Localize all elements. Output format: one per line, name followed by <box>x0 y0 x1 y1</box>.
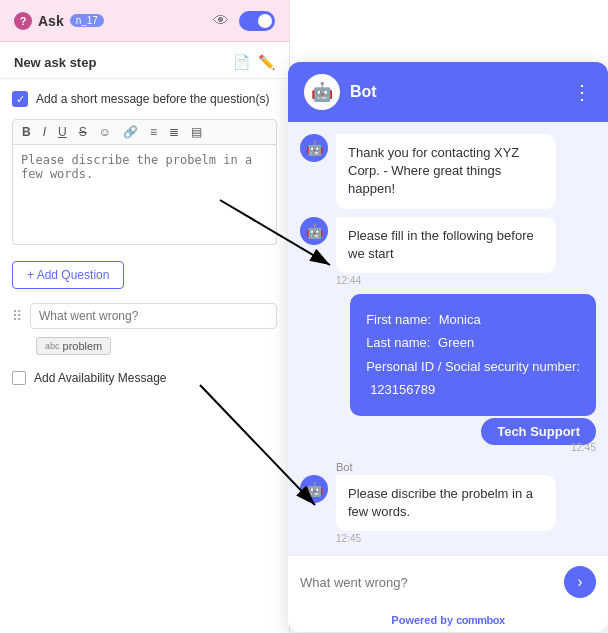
bot-msg-avatar: 🤖 <box>300 134 328 162</box>
tag-label: problem <box>63 340 103 352</box>
bot-message-2: 🤖 Please fill in the following before we… <box>300 217 596 273</box>
drag-handle-icon[interactable]: ⠿ <box>12 308 22 324</box>
eye-icon[interactable]: 👁 <box>213 12 229 30</box>
bold-btn[interactable]: B <box>19 124 34 140</box>
align-btn[interactable]: ▤ <box>188 124 205 140</box>
powered-by: Powered by commbox <box>288 608 608 632</box>
question-input[interactable] <box>30 303 277 329</box>
ul-btn[interactable]: ≡ <box>147 124 160 140</box>
checkbox-row: Add a short message before the question(… <box>12 91 277 107</box>
top-bar-title: Ask <box>38 13 64 29</box>
step-bar: New ask step 📄 ✏️ <box>0 42 289 79</box>
chat-header: 🤖 Bot ⋮ <box>288 62 608 122</box>
left-panel: ? Ask n_17 👁 New ask step 📄 ✏️ Add a sho… <box>0 0 290 633</box>
pid-value: 123156789 <box>370 382 435 397</box>
form-field-1: First name: Monica <box>366 308 580 331</box>
italic-btn[interactable]: I <box>40 124 49 140</box>
add-question-button[interactable]: + Add Question <box>12 261 124 289</box>
user-form-wrap: First name: Monica Last name: Green Pers… <box>300 294 596 453</box>
step-title: New ask step <box>14 55 96 70</box>
bot-bubble-2: Please fill in the following before we s… <box>336 217 556 273</box>
bot-text-1: Thank you for contacting XYZ Corp. - Whe… <box>348 145 519 196</box>
pid-label: Personal ID / Social security number: <box>366 359 580 374</box>
chat-messages: 🤖 Thank you for contacting XYZ Corp. - W… <box>288 122 608 555</box>
form-field-3: Personal ID / Social security number: <box>366 355 580 378</box>
editor-toolbar: B I U S ☺ 🔗 ≡ ≣ ▤ <box>12 119 277 145</box>
question-row: ⠿ <box>12 303 277 329</box>
problem-tag[interactable]: abc problem <box>36 337 111 355</box>
add-message-checkbox[interactable] <box>12 91 28 107</box>
fname-label: First name: <box>366 312 431 327</box>
left-content: Add a short message before the question(… <box>0 79 289 397</box>
availability-checkbox[interactable] <box>12 371 26 385</box>
toggle-switch[interactable] <box>239 11 275 31</box>
tag-type-icon: abc <box>45 341 60 351</box>
bot-msg-avatar-3: 🤖 <box>300 475 328 503</box>
tech-support-badge: Tech Support <box>481 418 596 445</box>
send-button[interactable]: › <box>564 566 596 598</box>
chat-input[interactable] <box>300 575 556 590</box>
bot-sender-name: Bot <box>336 461 596 473</box>
chat-panel: 🤖 Bot ⋮ 🤖 Thank you for contacting XYZ C… <box>288 62 608 632</box>
edit-icon[interactable]: ✏️ <box>258 54 275 70</box>
ask-badge: n_17 <box>70 14 104 27</box>
bot-message-2-wrap: 🤖 Please fill in the following before we… <box>300 217 596 286</box>
top-bar-actions: 👁 <box>213 11 275 31</box>
fname-value: Monica <box>439 312 481 327</box>
chat-header-left: 🤖 Bot <box>304 74 377 110</box>
user-msg-time: 12:45 <box>571 442 596 453</box>
bot-msg-time-2: 12:44 <box>336 275 596 286</box>
bot-message-3-wrap: Bot 🤖 Please discribe the probelm in a f… <box>300 461 596 544</box>
ol-btn[interactable]: ≣ <box>166 124 182 140</box>
brand-name: commbox <box>456 614 504 626</box>
emoji-btn[interactable]: ☺ <box>96 124 114 140</box>
bot-text-3: Please discribe the probelm in a few wor… <box>348 486 533 519</box>
bot-message-1: 🤖 Thank you for contacting XYZ Corp. - W… <box>300 134 596 209</box>
availability-row: Add Availability Message <box>12 371 277 385</box>
form-field-4: 123156789 <box>366 378 580 401</box>
bot-message-3: 🤖 Please discribe the probelm in a few w… <box>300 475 596 531</box>
bot-msg-avatar-2: 🤖 <box>300 217 328 245</box>
link-btn[interactable]: 🔗 <box>120 124 141 140</box>
underline-btn[interactable]: U <box>55 124 70 140</box>
lname-label: Last name: <box>366 335 430 350</box>
tag-row: abc problem <box>12 335 277 355</box>
message-textarea[interactable] <box>12 145 277 245</box>
top-bar-left: ? Ask n_17 <box>14 12 104 30</box>
powered-by-text: Powered by <box>391 614 453 626</box>
checkbox-label: Add a short message before the question(… <box>36 92 269 106</box>
bot-avatar-icon: 🤖 <box>304 74 340 110</box>
file-icon[interactable]: 📄 <box>233 54 250 70</box>
question-icon: ? <box>14 12 32 30</box>
rich-text-editor: B I U S ☺ 🔗 ≡ ≣ ▤ <box>12 119 277 249</box>
add-question-label: + Add Question <box>27 268 109 282</box>
bot-text-2: Please fill in the following before we s… <box>348 228 534 261</box>
strikethrough-btn[interactable]: S <box>76 124 90 140</box>
top-bar: ? Ask n_17 👁 <box>0 0 289 42</box>
chat-title: Bot <box>350 83 377 101</box>
bot-bubble-3: Please discribe the probelm in a few wor… <box>336 475 556 531</box>
form-field-2: Last name: Green <box>366 331 580 354</box>
bot-msg-time-3: 12:45 <box>336 533 596 544</box>
user-form-bubble: First name: Monica Last name: Green Pers… <box>350 294 596 416</box>
availability-label: Add Availability Message <box>34 371 167 385</box>
lname-value: Green <box>438 335 474 350</box>
kebab-menu-icon[interactable]: ⋮ <box>572 80 592 104</box>
chat-input-row: › <box>288 555 608 608</box>
bot-bubble-1: Thank you for contacting XYZ Corp. - Whe… <box>336 134 556 209</box>
